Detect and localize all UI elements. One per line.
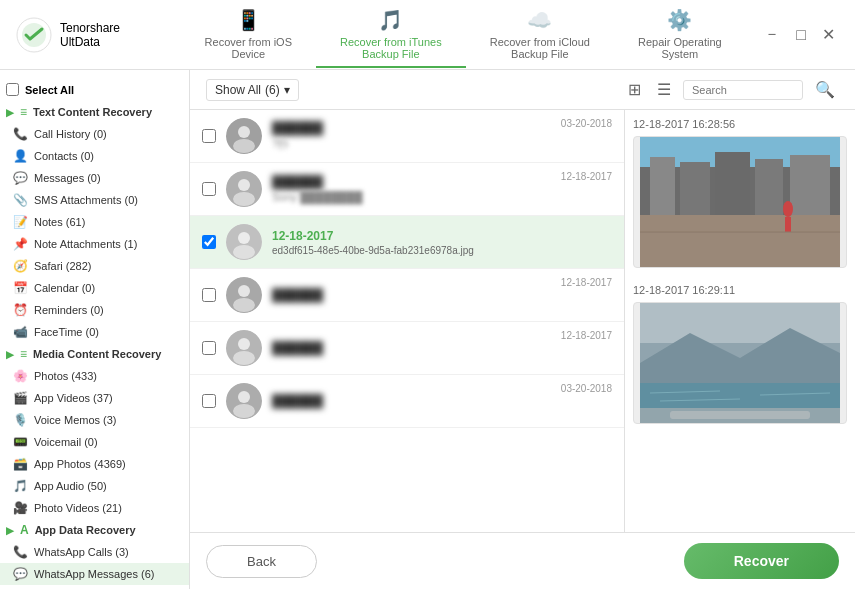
msg-date-4: 12-18-2017 bbox=[561, 277, 612, 288]
itunes-icon: 🎵 bbox=[378, 8, 403, 32]
note-attach-label: Note Attachments (1) bbox=[34, 238, 137, 250]
msg-name-2: ██████ bbox=[272, 175, 551, 189]
sidebar-item-app-videos[interactable]: 🎬App Videos (37) bbox=[0, 387, 189, 409]
product-name: UltData bbox=[60, 35, 120, 49]
safari-icon: 🧭 bbox=[12, 258, 28, 274]
sidebar-item-sms-attachments[interactable]: 📎SMS Attachments (0) bbox=[0, 189, 189, 211]
svg-point-4 bbox=[233, 139, 255, 153]
svg-rect-39 bbox=[670, 411, 810, 419]
msg-checkbox-5[interactable] bbox=[202, 341, 216, 355]
search-button[interactable]: 🔍 bbox=[811, 78, 839, 101]
select-all-checkbox[interactable] bbox=[6, 83, 19, 96]
maximize-button[interactable]: □ bbox=[792, 24, 810, 46]
sidebar-item-voice-memos[interactable]: 🎙️Voice Memos (3) bbox=[0, 409, 189, 431]
sidebar-item-whatsapp-messages[interactable]: 💬WhatsApp Messages (6) bbox=[0, 563, 189, 585]
sidebar-item-photos[interactable]: 🌸Photos (433) bbox=[0, 365, 189, 387]
msg-name-3: 12-18-2017 bbox=[272, 229, 602, 243]
sidebar-item-calendar[interactable]: 📅Calendar (0) bbox=[0, 277, 189, 299]
msg-checkbox-4[interactable] bbox=[202, 288, 216, 302]
msg-preview-1: ?扑 bbox=[272, 137, 551, 152]
section-text-content[interactable]: ▶ ≡ Text Content Recovery bbox=[0, 101, 189, 123]
message-item[interactable]: 12-18-2017 ed3df615-48e5-40be-9d5a-fab23… bbox=[190, 216, 624, 269]
section-app-data[interactable]: ▶ A App Data Recovery bbox=[0, 519, 189, 541]
msg-checkbox-1[interactable] bbox=[202, 129, 216, 143]
section-media-label: Media Content Recovery bbox=[33, 348, 161, 360]
voicemail-icon: 📟 bbox=[12, 434, 28, 450]
svg-point-28 bbox=[783, 201, 793, 217]
close-button[interactable]: ✕ bbox=[818, 23, 839, 46]
minimize-button[interactable]: － bbox=[760, 22, 784, 47]
section-media-content[interactable]: ▶ ≡ Media Content Recovery bbox=[0, 343, 189, 365]
voice-memos-label: Voice Memos (3) bbox=[34, 414, 117, 426]
grid-view-button[interactable]: ⊞ bbox=[624, 78, 645, 101]
sidebar-item-safari[interactable]: 🧭Safari (282) bbox=[0, 255, 189, 277]
recover-button[interactable]: Recover bbox=[684, 543, 839, 579]
sidebar-item-contacts[interactable]: 👤Contacts (0) bbox=[0, 145, 189, 167]
svg-point-16 bbox=[233, 351, 255, 365]
message-item[interactable]: ██████ Sony ████████ 12-18-2017 bbox=[190, 163, 624, 216]
show-all-button[interactable]: Show All (6) ▾ bbox=[206, 79, 299, 101]
sidebar-item-whatsapp-calls[interactable]: 📞WhatsApp Calls (3) bbox=[0, 541, 189, 563]
voicemail-label: Voicemail (0) bbox=[34, 436, 98, 448]
msg-body-2: ██████ Sony ████████ bbox=[272, 175, 551, 203]
tab-repair-label: Repair Operating System bbox=[638, 36, 722, 60]
wa-msg-icon: 💬 bbox=[12, 566, 28, 582]
media-section-icon: ≡ bbox=[20, 347, 27, 361]
wa-calls-icon: 📞 bbox=[12, 544, 28, 560]
sidebar-item-notes[interactable]: 📝Notes (61) bbox=[0, 211, 189, 233]
list-view-button[interactable]: ☰ bbox=[653, 78, 675, 101]
msg-checkbox-2[interactable] bbox=[202, 182, 216, 196]
svg-rect-24 bbox=[715, 152, 750, 217]
svg-point-10 bbox=[233, 245, 255, 259]
facetime-icon: 📹 bbox=[12, 324, 28, 340]
sidebar-item-facetime[interactable]: 📹FaceTime (0) bbox=[0, 321, 189, 343]
svg-rect-25 bbox=[755, 159, 783, 217]
ios-icon: 📱 bbox=[236, 8, 261, 32]
svg-rect-26 bbox=[790, 155, 830, 217]
preview-timestamp-1: 12-18-2017 16:28:56 bbox=[633, 118, 847, 130]
tab-repair[interactable]: ⚙️ Repair Operating System bbox=[614, 2, 746, 68]
message-item[interactable]: ██████ 12-18-2017 bbox=[190, 322, 624, 375]
sidebar-item-photo-videos[interactable]: 🎥Photo Videos (21) bbox=[0, 497, 189, 519]
sidebar-item-voicemail[interactable]: 📟Voicemail (0) bbox=[0, 431, 189, 453]
sidebar-item-app-photos[interactable]: 🗃️App Photos (4369) bbox=[0, 453, 189, 475]
photo-videos-icon: 🎥 bbox=[12, 500, 28, 516]
expand-icon: ▶ bbox=[6, 107, 14, 118]
back-button[interactable]: Back bbox=[206, 545, 317, 578]
calendar-icon: 📅 bbox=[12, 280, 28, 296]
sidebar-item-call-history[interactable]: 📞Call History (0) bbox=[0, 123, 189, 145]
photos-icon: 🌸 bbox=[12, 368, 28, 384]
dropdown-icon: ▾ bbox=[284, 83, 290, 97]
sms-attach-label: SMS Attachments (0) bbox=[34, 194, 138, 206]
content-toolbar: Show All (6) ▾ ⊞ ☰ 🔍 bbox=[190, 70, 855, 110]
sidebar-item-whatsapp-attachments[interactable]: 📎WhatsApp Attachments (8) bbox=[0, 585, 189, 589]
tab-icloud[interactable]: ☁️ Recover from iCloud Backup File bbox=[466, 2, 614, 68]
app-audio-label: App Audio (50) bbox=[34, 480, 107, 492]
logo-text: Tenorshare UltData bbox=[60, 21, 120, 49]
tab-ios[interactable]: 📱 Recover from iOS Device bbox=[181, 2, 316, 68]
svg-point-12 bbox=[238, 285, 250, 297]
msg-avatar-5 bbox=[226, 330, 262, 366]
msg-checkbox-3[interactable] bbox=[202, 235, 216, 249]
sidebar-item-app-audio[interactable]: 🎵App Audio (50) bbox=[0, 475, 189, 497]
msg-body-6: ██████ bbox=[272, 394, 551, 408]
sidebar-item-reminders[interactable]: ⏰Reminders (0) bbox=[0, 299, 189, 321]
message-item[interactable]: ██████ 12-18-2017 bbox=[190, 269, 624, 322]
preview-timestamp-2: 12-18-2017 16:29:11 bbox=[633, 284, 847, 296]
message-item[interactable]: ██████ ?扑 03-20-2018 bbox=[190, 110, 624, 163]
messages-icon: 💬 bbox=[12, 170, 28, 186]
msg-date-1: 03-20-2018 bbox=[561, 118, 612, 129]
app-photos-label: App Photos (4369) bbox=[34, 458, 126, 470]
msg-avatar-1 bbox=[226, 118, 262, 154]
msg-checkbox-6[interactable] bbox=[202, 394, 216, 408]
section-text-label: Text Content Recovery bbox=[33, 106, 152, 118]
photos-label: Photos (433) bbox=[34, 370, 97, 382]
message-item[interactable]: ██████ 03-20-2018 bbox=[190, 375, 624, 428]
tab-itunes[interactable]: 🎵 Recover from iTunes Backup File bbox=[316, 2, 466, 68]
msg-name-4: ██████ bbox=[272, 288, 551, 302]
search-input[interactable] bbox=[683, 80, 803, 100]
sidebar-item-note-attachments[interactable]: 📌Note Attachments (1) bbox=[0, 233, 189, 255]
select-all-item[interactable]: Select All bbox=[0, 78, 189, 101]
svg-point-18 bbox=[238, 391, 250, 403]
sidebar-item-messages[interactable]: 💬Messages (0) bbox=[0, 167, 189, 189]
